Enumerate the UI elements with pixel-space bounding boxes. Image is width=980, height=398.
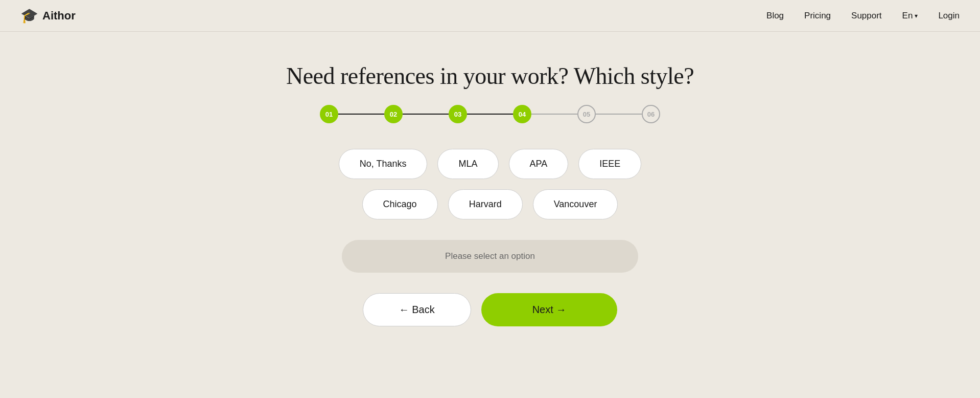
option-vancouver[interactable]: Vancouver xyxy=(533,189,618,219)
back-button[interactable]: ← Back xyxy=(363,293,471,326)
option-no-thanks[interactable]: No, Thanks xyxy=(339,149,428,179)
option-apa[interactable]: APA xyxy=(509,149,569,179)
nav-support[interactable]: Support xyxy=(851,11,882,21)
step-line-1 xyxy=(338,114,384,115)
step-line-5 xyxy=(596,114,642,115)
option-harvard[interactable]: Harvard xyxy=(448,189,523,219)
nav-language-label: En xyxy=(902,11,913,21)
logo-text: Aithor xyxy=(42,9,76,23)
nav-buttons: ← Back Next → xyxy=(363,293,618,326)
nav-blog[interactable]: Blog xyxy=(766,11,784,21)
page-title: Need references in your work? Which styl… xyxy=(286,62,694,90)
nav-language[interactable]: En ▾ xyxy=(902,11,918,21)
option-mla[interactable]: MLA xyxy=(437,149,498,179)
step-3: 03 xyxy=(449,105,467,123)
nav-pricing[interactable]: Pricing xyxy=(804,11,831,21)
logo-icon: 🎓 xyxy=(20,7,38,24)
step-5: 05 xyxy=(577,105,596,123)
step-line-2 xyxy=(403,114,449,115)
step-line-4 xyxy=(531,114,577,115)
step-2: 02 xyxy=(384,105,403,123)
main-nav: Blog Pricing Support En ▾ Login xyxy=(766,11,960,21)
step-4: 04 xyxy=(513,105,531,123)
nav-login[interactable]: Login xyxy=(938,11,960,21)
option-chicago[interactable]: Chicago xyxy=(362,189,438,219)
next-button[interactable]: Next → xyxy=(481,293,618,326)
progress-bar: 01 02 03 04 05 06 xyxy=(320,105,660,123)
select-prompt-area: Please select an option xyxy=(342,240,638,273)
step-line-3 xyxy=(467,114,513,115)
select-prompt-text: Please select an option xyxy=(445,251,535,261)
options-row-1: No, Thanks MLA APA IEEE xyxy=(339,149,641,179)
step-1: 01 xyxy=(320,105,338,123)
logo[interactable]: 🎓 Aithor xyxy=(20,7,76,24)
option-ieee[interactable]: IEEE xyxy=(578,149,641,179)
step-6: 06 xyxy=(642,105,660,123)
chevron-down-icon: ▾ xyxy=(915,12,918,19)
options-row-2: Chicago Harvard Vancouver xyxy=(362,189,618,219)
